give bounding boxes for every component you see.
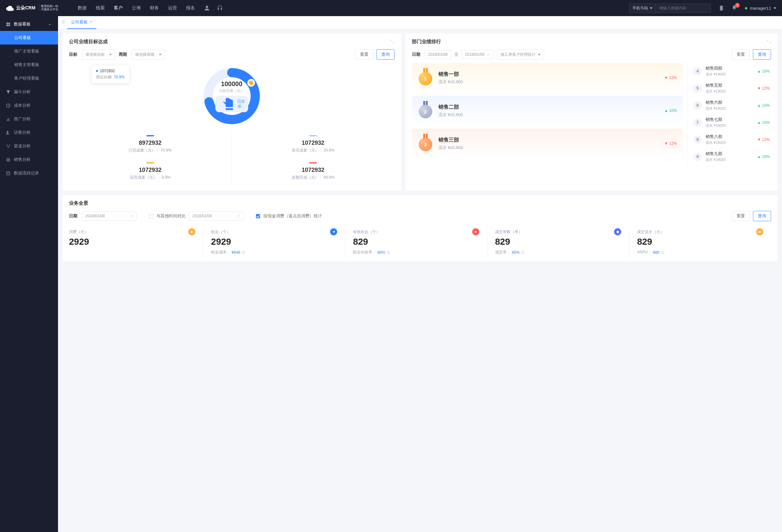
sidebar-sub-company[interactable]: 公司看板 — [0, 31, 58, 44]
rank-delta: ▲ 10% — [664, 108, 677, 113]
calendar-icon — [237, 214, 240, 218]
overview-date-1[interactable]: 2018/01/08 — [82, 212, 137, 220]
sidebar-sub-sales-mgr[interactable]: 销售主管看板 — [0, 58, 58, 72]
calendar-icon — [130, 214, 133, 218]
expand-icon[interactable] — [767, 39, 771, 44]
topmenu-customer[interactable]: 客户 — [114, 5, 123, 11]
headset-icon[interactable] — [217, 5, 223, 11]
search-field[interactable] — [659, 6, 708, 10]
metric-cell: 8972932 已完成量（元）70.9% — [69, 131, 232, 158]
sidebar-group-dashboard[interactable]: 数据看板 — [0, 17, 58, 31]
kpi-cell: 有效机会（个） 829 机会有效率：80% — [353, 227, 487, 256]
reset-button[interactable]: 重置 — [732, 211, 750, 221]
search-type-select[interactable]: 手机号码 — [629, 3, 656, 13]
rank-row[interactable]: 7 销售七部 流水 ¥19020 ▲ 10% — [692, 114, 771, 131]
rank-flow: 流水 ¥19020 — [706, 106, 725, 111]
topmenu-enroll[interactable]: 报名 — [186, 5, 195, 11]
date-to[interactable]: 2018/01/08 — [462, 50, 494, 59]
podium-item[interactable]: 1 销售一部 流水 ¥10,900 ▼ 12% — [412, 63, 683, 93]
topmenu-finance[interactable]: 财务 — [150, 5, 159, 11]
kpi-value: 829 — [637, 237, 763, 247]
card-target: 公司业绩目标达成 目标 请选择目标 周期 请选择周期 重置 查询 1072932… — [63, 34, 401, 190]
svg-point-8 — [9, 144, 10, 145]
rank-podium: 1 销售一部 流水 ¥10,900 ▼ 12% 2 销售二部 流水 ¥10,90… — [412, 63, 683, 165]
medal-icon: 1 — [418, 68, 433, 87]
svg-rect-1 — [6, 22, 8, 24]
dashboard-icon — [6, 22, 11, 27]
podium-item[interactable]: 3 销售三部 流水 ¥10,900 ▼ 12% — [412, 129, 683, 158]
sidebar-sub-promo-mgr[interactable]: 推广主管看板 — [0, 44, 58, 58]
metric-value: 1072932 — [72, 167, 228, 174]
donut-total-label: 目标总量（元） — [219, 88, 244, 93]
rank-name: 销售三部 — [438, 137, 463, 143]
cash-label: 按现金消费（返点后消费）统计 — [263, 213, 322, 219]
kpi-label: 有效机会（个） — [353, 229, 380, 235]
sidebar-channel[interactable]: 渠道分析 — [0, 139, 58, 153]
reset-button[interactable]: 重置 — [355, 49, 373, 60]
kpi-sub: 机会成本：¥948 — [211, 250, 337, 255]
top-nav: 云朵CRM 教育机构一站式服务云平台 数据 线索 客户 公海 财务 运营 报名 … — [0, 0, 782, 16]
channel-icon — [6, 144, 11, 149]
info-icon[interactable] — [661, 251, 665, 254]
cash-checkbox[interactable] — [256, 214, 260, 218]
info-icon[interactable] — [242, 251, 245, 254]
rank-delta: ▲ 10% — [757, 154, 770, 159]
rank-delta: ▼ 12% — [664, 141, 677, 146]
overview-filter: 日期 2018/01/08 与其他时间对比 2018/01/08 按现金消费（返… — [69, 211, 771, 221]
query-button[interactable]: 查询 — [377, 49, 395, 60]
sidebar-flow[interactable]: 数据流转记录 — [0, 166, 58, 180]
sidebar-promo[interactable]: 推广分析 — [0, 112, 58, 126]
tab-company-board[interactable]: 公司看板 ✕ — [67, 16, 96, 29]
topmenu-data[interactable]: 数据 — [78, 5, 87, 11]
compare-label: 与其他时间对比 — [156, 213, 186, 219]
query-button[interactable]: 查询 — [753, 211, 771, 221]
select-target[interactable]: 请选择目标 — [82, 50, 115, 60]
reset-button[interactable]: 重置 — [732, 49, 750, 60]
select-groupby[interactable]: 按工单客户经理统计 — [497, 50, 544, 60]
kpi-value: 829 — [353, 237, 479, 247]
sidebar-sales[interactable]: 销售分析 — [0, 153, 58, 166]
rank-delta: ▲ 10% — [757, 120, 770, 125]
svg-rect-17 — [131, 215, 133, 217]
topmenu-ops[interactable]: 运营 — [168, 5, 177, 11]
clock-icon — [6, 103, 11, 108]
sidebar-cost[interactable]: 成本分析 — [0, 99, 58, 112]
rank-delta: ▲ 10% — [757, 69, 770, 73]
chevron-down-icon — [774, 7, 776, 9]
tabs-collapse[interactable] — [61, 20, 66, 25]
user-menu[interactable]: manager11 — [745, 6, 776, 11]
search-input[interactable] — [656, 4, 711, 13]
sidebar-funnel[interactable]: 漏斗分析 — [0, 85, 58, 99]
phone-icon[interactable] — [718, 5, 724, 11]
rank-flow: 流水 ¥19020 — [706, 89, 725, 94]
notifications[interactable]: 5 — [732, 5, 737, 11]
rank-row[interactable]: 6 销售六部 流水 ¥19020 ▲ 10% — [692, 97, 771, 113]
rank-row[interactable]: 4 销售四部 流水 ¥19020 ▲ 10% — [692, 63, 771, 79]
info-icon[interactable] — [521, 251, 525, 254]
info-icon[interactable] — [387, 251, 390, 254]
rank-row[interactable]: 8 销售八部 流水 ¥19020 ▼ 12% — [692, 131, 771, 148]
query-button[interactable]: 查询 — [753, 49, 771, 60]
topmenu-pool[interactable]: 公海 — [132, 5, 141, 11]
sidebar-visitor[interactable]: 访客分析 — [0, 126, 58, 139]
funnel-icon — [6, 90, 11, 95]
rank-row[interactable]: 5 销售五部 流水 ¥19020 ▼ 12% — [692, 80, 771, 96]
sidebar-sub-acct-mgr[interactable]: 客户经理看板 — [0, 72, 58, 85]
date-from[interactable]: 2018/01/08 — [425, 50, 451, 59]
label-period: 周期 — [119, 51, 127, 58]
podium-item[interactable]: 2 销售二部 流水 ¥10,900 ▲ 10% — [412, 96, 683, 126]
compare-checkbox[interactable] — [149, 214, 153, 218]
topmenu-leads[interactable]: 线索 — [96, 5, 105, 11]
metric-label: 超额完成（元）89.9% — [235, 175, 391, 180]
notif-badge: 5 — [735, 3, 740, 8]
expand-icon[interactable] — [390, 39, 395, 44]
thumb-up-icon — [220, 95, 235, 113]
rank-row[interactable]: 9 销售九部 流水 ¥19020 ▲ 10% — [692, 148, 771, 165]
sidebar: 数据看板 公司看板 推广主管看板 销售主管看板 客户经理看板 漏斗分析 成本分析… — [0, 16, 58, 532]
visitor-icon — [6, 130, 11, 135]
close-icon[interactable]: ✕ — [90, 20, 93, 24]
rank-flow: 流水 ¥10,900 — [438, 112, 463, 118]
select-period[interactable]: 请选择周期 — [132, 50, 165, 60]
user-icon[interactable] — [204, 5, 210, 11]
overview-date-2[interactable]: 2018/01/08 — [189, 212, 244, 220]
